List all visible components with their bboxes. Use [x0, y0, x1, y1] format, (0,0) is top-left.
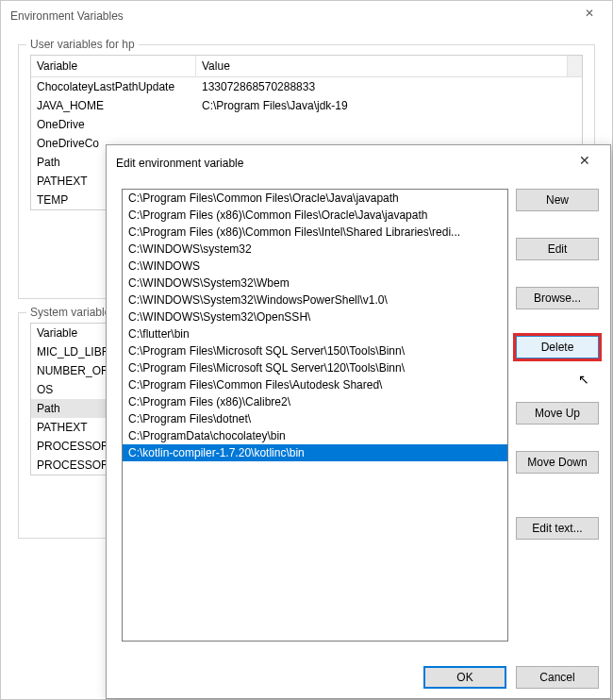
list-item[interactable]: C:\WINDOWS\system32 — [123, 241, 507, 258]
list-item[interactable]: C:\Program Files\dotnet\ — [123, 410, 507, 427]
move-up-button[interactable]: Move Up — [516, 402, 599, 425]
list-item[interactable]: C:\Program Files (x86)\Calibre2\ — [123, 393, 507, 410]
list-item[interactable]: C:\Program Files (x86)\Common Files\Inte… — [123, 224, 507, 241]
scroll-head — [567, 56, 582, 76]
var-value: 133072868570288833 — [196, 77, 582, 96]
parent-titlebar: Environment Variables ✕ — [1, 1, 612, 31]
list-item[interactable]: C:\WINDOWS\System32\WindowsPowerShell\v1… — [123, 292, 507, 308]
side-button-stack: New Edit Browse... Delete Move Up Move D… — [516, 189, 599, 540]
modal-titlebar: Edit environment variable ✕ — [107, 145, 610, 179]
ok-button[interactable]: OK — [423, 666, 506, 689]
close-icon[interactable]: ✕ — [576, 7, 603, 25]
list-item[interactable]: C:\Program Files (x86)\Common Files\Orac… — [123, 207, 507, 224]
edit-env-var-dialog: Edit environment variable ✕ C:\Program F… — [106, 144, 611, 699]
edit-text-button[interactable]: Edit text... — [516, 517, 599, 540]
edit-button[interactable]: Edit — [516, 238, 599, 260]
table-row[interactable]: OneDrive — [31, 115, 582, 134]
cancel-button[interactable]: Cancel — [516, 666, 599, 689]
table-row[interactable]: ChocolateyLastPathUpdate1330728685702888… — [31, 77, 582, 96]
col-variable[interactable]: Variable — [31, 56, 196, 76]
list-item[interactable]: C:\Program Files\Microsoft SQL Server\15… — [123, 342, 507, 359]
table-header: Variable Value — [31, 56, 582, 77]
col-value[interactable]: Value — [196, 56, 567, 76]
list-item[interactable]: C:\WINDOWS\System32\Wbem — [123, 275, 507, 292]
modal-title-text: Edit environment variable — [116, 157, 243, 170]
move-down-button[interactable]: Move Down — [516, 451, 599, 474]
close-icon[interactable]: ✕ — [569, 153, 601, 174]
bottom-buttons: OK Cancel — [423, 666, 599, 689]
list-item[interactable]: C:\Program Files\Common Files\Autodesk S… — [123, 376, 507, 393]
list-item[interactable]: C:\flutter\bin — [123, 325, 507, 342]
list-item[interactable]: C:\kotlin-compiler-1.7.20\kotlinc\bin — [123, 444, 507, 461]
var-name: JAVA_HOME — [31, 96, 196, 115]
var-value — [196, 115, 582, 134]
list-item[interactable]: C:\Program Files\Microsoft SQL Server\12… — [123, 359, 507, 376]
var-value: C:\Program Files\Java\jdk-19 — [196, 96, 582, 115]
var-name: ChocolateyLastPathUpdate — [31, 77, 196, 96]
list-item[interactable]: C:\WINDOWS — [123, 258, 507, 275]
list-item[interactable]: C:\Program Files\Common Files\Oracle\Jav… — [123, 190, 507, 207]
list-item[interactable]: C:\WINDOWS\System32\OpenSSH\ — [123, 308, 507, 325]
parent-title-text: Environment Variables — [10, 9, 124, 23]
new-button[interactable]: New — [516, 189, 599, 211]
user-vars-label: User variables for hp — [26, 38, 139, 51]
delete-button[interactable]: Delete — [516, 336, 599, 358]
list-item[interactable]: C:\ProgramData\chocolatey\bin — [123, 427, 507, 444]
browse-button[interactable]: Browse... — [516, 287, 599, 309]
table-row[interactable]: JAVA_HOMEC:\Program Files\Java\jdk-19 — [31, 96, 582, 115]
var-name: OneDrive — [31, 115, 196, 134]
path-listbox[interactable]: C:\Program Files\Common Files\Oracle\Jav… — [122, 189, 508, 642]
